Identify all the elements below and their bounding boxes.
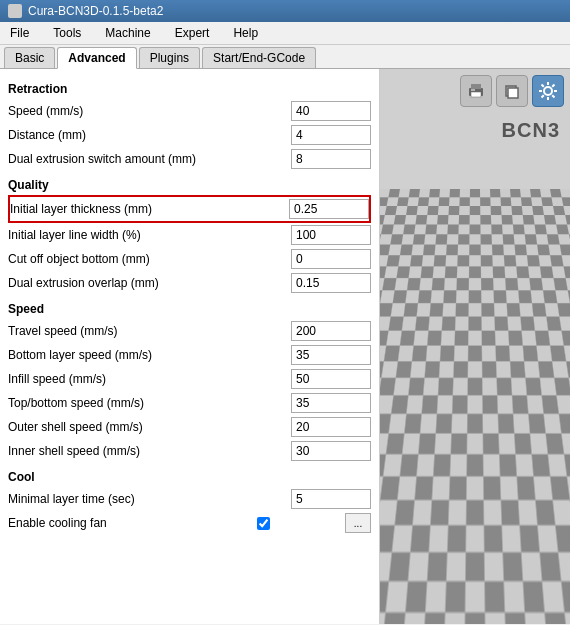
field-cut-off: Cut off object bottom (mm) [8, 247, 371, 271]
field-dual-overlap-label: Dual extrusion overlap (mm) [8, 276, 291, 290]
field-initial-layer-thickness-input[interactable] [289, 199, 369, 219]
field-initial-layer-width: Initial layer line width (%) [8, 223, 371, 247]
menu-help[interactable]: Help [227, 24, 264, 42]
svg-rect-3 [471, 90, 475, 91]
section-speed-header: Speed [8, 301, 371, 317]
right-panel: BCN3 [380, 69, 570, 624]
menu-expert[interactable]: Expert [169, 24, 216, 42]
svg-rect-1 [471, 84, 481, 89]
field-dual-overlap: Dual extrusion overlap (mm) [8, 271, 371, 295]
field-inner-shell-speed: Inner shell speed (mm/s) [8, 439, 371, 463]
field-bottom-layer-speed: Bottom layer speed (mm/s) [8, 343, 371, 367]
field-topbottom-speed-label: Top/bottom speed (mm/s) [8, 396, 291, 410]
cooling-fan-controls: ... [257, 513, 371, 533]
field-minimal-layer-time: Minimal layer time (sec) [8, 487, 371, 511]
menu-tools[interactable]: Tools [47, 24, 87, 42]
field-bottom-layer-speed-label: Bottom layer speed (mm/s) [8, 348, 291, 362]
menu-file[interactable]: File [4, 24, 35, 42]
tab-advanced[interactable]: Advanced [57, 47, 136, 69]
checkerboard-floor [380, 189, 570, 624]
field-dual-extrusion-input[interactable] [291, 149, 371, 169]
settings-icon-button[interactable] [532, 75, 564, 107]
field-distance-label: Distance (mm) [8, 128, 291, 142]
svg-line-13 [552, 85, 554, 87]
menu-machine[interactable]: Machine [99, 24, 156, 42]
svg-line-12 [552, 95, 554, 97]
svg-line-11 [542, 85, 544, 87]
print-icon-button[interactable] [460, 75, 492, 107]
field-topbottom-speed: Top/bottom speed (mm/s) [8, 391, 371, 415]
field-dual-extrusion: Dual extrusion switch amount (mm) [8, 147, 371, 171]
field-infill-speed: Infill speed (mm/s) [8, 367, 371, 391]
title-bar: Cura-BCN3D-0.1.5-beta2 [0, 0, 570, 22]
field-initial-layer-thickness-label: Initial layer thickness (mm) [10, 202, 289, 216]
field-dual-extrusion-label: Dual extrusion switch amount (mm) [8, 152, 291, 166]
svg-rect-2 [471, 92, 481, 97]
layers-icon-button[interactable] [496, 75, 528, 107]
menu-bar: File Tools Machine Expert Help [0, 22, 570, 45]
field-infill-speed-label: Infill speed (mm/s) [8, 372, 291, 386]
field-topbottom-speed-input[interactable] [291, 393, 371, 413]
field-dual-overlap-input[interactable] [291, 273, 371, 293]
bcn3d-area: BCN3 [380, 69, 570, 624]
print-icon [467, 82, 485, 100]
field-bottom-layer-speed-input[interactable] [291, 345, 371, 365]
main-content: Retraction Speed (mm/s) Distance (mm) Du… [0, 69, 570, 624]
svg-point-6 [544, 87, 552, 95]
field-outer-shell-speed-input[interactable] [291, 417, 371, 437]
tab-start-end-gcode[interactable]: Start/End-GCode [202, 47, 316, 68]
tab-plugins[interactable]: Plugins [139, 47, 200, 68]
field-minimal-layer-time-label: Minimal layer time (sec) [8, 492, 291, 506]
field-travel-speed-label: Travel speed (mm/s) [8, 324, 291, 338]
section-quality-header: Quality [8, 177, 371, 193]
tab-basic[interactable]: Basic [4, 47, 55, 68]
cooling-fan-checkbox-cell [257, 517, 337, 530]
field-outer-shell-speed: Outer shell speed (mm/s) [8, 415, 371, 439]
field-cooling-fan: Enable cooling fan ... [8, 511, 371, 535]
field-initial-layer-thickness: Initial layer thickness (mm) [8, 195, 371, 223]
field-minimal-layer-time-input[interactable] [291, 489, 371, 509]
layers-icon [503, 82, 521, 100]
field-initial-layer-width-label: Initial layer line width (%) [8, 228, 291, 242]
app-title: Cura-BCN3D-0.1.5-beta2 [28, 4, 163, 18]
left-panel: Retraction Speed (mm/s) Distance (mm) Du… [0, 69, 380, 624]
field-inner-shell-speed-label: Inner shell speed (mm/s) [8, 444, 291, 458]
svg-line-14 [542, 95, 544, 97]
field-cut-off-input[interactable] [291, 249, 371, 269]
field-travel-speed-input[interactable] [291, 321, 371, 341]
field-travel-speed: Travel speed (mm/s) [8, 319, 371, 343]
bcn3d-logo-text: BCN3 [502, 119, 560, 142]
field-cut-off-label: Cut off object bottom (mm) [8, 252, 291, 266]
field-outer-shell-speed-label: Outer shell speed (mm/s) [8, 420, 291, 434]
tabs-bar: Basic Advanced Plugins Start/End-GCode [0, 45, 570, 69]
field-speed: Speed (mm/s) [8, 99, 371, 123]
svg-rect-5 [508, 88, 518, 98]
cooling-fan-checkbox[interactable] [257, 517, 270, 530]
field-inner-shell-speed-input[interactable] [291, 441, 371, 461]
field-initial-layer-width-input[interactable] [291, 225, 371, 245]
field-speed-label: Speed (mm/s) [8, 104, 291, 118]
field-distance-input[interactable] [291, 125, 371, 145]
app-icon [8, 4, 22, 18]
cooling-fan-dots-button[interactable]: ... [345, 513, 371, 533]
icon-buttons-area [460, 75, 564, 107]
field-speed-input[interactable] [291, 101, 371, 121]
field-distance: Distance (mm) [8, 123, 371, 147]
section-retraction-header: Retraction [8, 81, 371, 97]
section-cool-header: Cool [8, 469, 371, 485]
field-infill-speed-input[interactable] [291, 369, 371, 389]
field-cooling-fan-label: Enable cooling fan [8, 516, 257, 530]
gear-icon [537, 80, 559, 102]
